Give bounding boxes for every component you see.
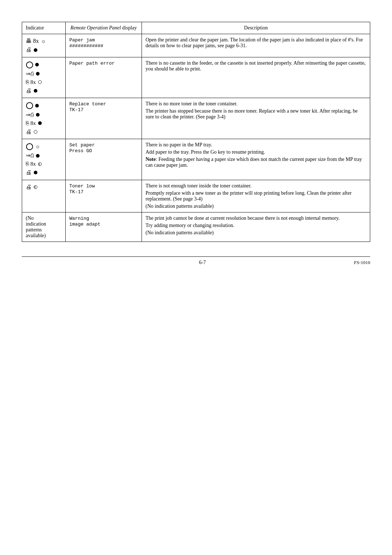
dot-filled-icon — [35, 63, 39, 66]
sun-icon: ☼ — [35, 143, 40, 150]
printer-base-icon: 🖨 — [26, 87, 32, 95]
dot-filled-icon — [36, 72, 40, 76]
description-text: There is no more toner in the toner cont… — [146, 101, 366, 107]
indicator-cell-toner-low: 🖨 — [22, 180, 66, 212]
model-number: FS-1010 — [354, 260, 370, 266]
description-text: There is not enough toner inside the ton… — [146, 183, 366, 189]
rop-cell-warning: Warningimage adapt — [66, 212, 142, 242]
power-icon: ◯ — [26, 60, 33, 69]
power-icon: ◯ — [26, 101, 33, 110]
rop-text: Set paperPress GO — [69, 142, 95, 154]
dot-filled-icon — [36, 113, 40, 117]
printer-base-icon: 🖨 — [26, 183, 32, 191]
table-row: ◯ ☼ ⇒⎙ ⎘ 8x 🖨 — [22, 139, 370, 180]
no-indication-text: (Noindicationpatternsavailable) — [26, 215, 46, 238]
page-content: Indicator Remote Operation Panel display… — [22, 22, 370, 266]
col-header-description: Description — [142, 22, 370, 34]
desc-cell-warning: The print job cannot be done at current … — [142, 212, 370, 242]
description-text: (No indication patterns available) — [146, 203, 366, 209]
printer-icon: 🖶 8x — [26, 37, 39, 45]
printer-base-icon: 🖨 — [26, 169, 32, 177]
indicator-cell-set-paper: ◯ ☼ ⇒⎙ ⎘ 8x 🖨 — [22, 139, 66, 180]
dot-half-icon — [34, 185, 37, 189]
page-number: 6-7 — [51, 260, 354, 266]
rop-cell-toner-low: Toner lowTK-17 — [66, 180, 142, 212]
dot-filled-icon — [34, 48, 37, 52]
printer-data-icon: ⇒⎙ — [26, 70, 34, 78]
description-text: Promptly replace with a new toner as the… — [146, 190, 366, 202]
table-row: ◯ ⇒⎙ ⎘ 8x 🖨 — [22, 57, 370, 98]
footer: 6-7 FS-1010 — [22, 256, 370, 266]
description-text: There is no paper in the MP tray. — [146, 142, 366, 148]
printer-base-icon: 🖨 — [26, 128, 32, 136]
description-text: The printer has stopped because there is… — [146, 108, 366, 120]
rop-text: Replace tonerTK-17 — [69, 101, 106, 113]
table-row: (Noindicationpatternsavailable) Warningi… — [22, 212, 370, 242]
desc-cell-replace-toner: There is no more toner in the toner cont… — [142, 98, 370, 139]
dot-filled-icon — [34, 89, 37, 93]
dot-filled-icon — [35, 104, 39, 108]
error-table: Indicator Remote Operation Panel display… — [22, 22, 370, 242]
rop-text: Warningimage adapt — [69, 216, 101, 227]
rop-cell-set-paper: Set paperPress GO — [66, 139, 142, 180]
printer-data-icon: ⇒⎙ — [26, 111, 34, 119]
table-row: ◯ ⇒⎙ ⎘ 8x 🖨 — [22, 98, 370, 139]
description-text: Open the printer and clear the paper jam… — [146, 37, 363, 48]
dot-filled-icon — [36, 154, 40, 158]
indicator-cell-replace-toner: ◯ ⇒⎙ ⎘ 8x 🖨 — [22, 98, 66, 139]
description-text: Add paper to the tray. Press the Go key … — [146, 149, 366, 155]
desc-cell-paper-path: There is no cassette in the feeder, or t… — [142, 57, 370, 98]
indicator-cell-paper-jam: 🖶 8x ☼ 🖨 — [22, 34, 66, 57]
dot-filled-icon — [38, 121, 42, 125]
description-text: The print job cannot be done at current … — [146, 215, 366, 221]
rop-text: Paper path error — [69, 61, 115, 66]
rop-cell-paper-path: Paper path error — [66, 57, 142, 98]
printer-data-icon: ⇒⎙ — [26, 152, 34, 159]
rop-text: Paper jam############ — [69, 37, 103, 49]
dot-half-icon — [38, 162, 42, 166]
desc-cell-toner-low: There is not enough toner inside the ton… — [142, 180, 370, 212]
sun-icon: ☼ — [41, 37, 46, 45]
rop-cell-replace-toner: Replace tonerTK-17 — [66, 98, 142, 139]
dot-empty-icon — [38, 80, 42, 84]
table-row: 🖶 8x ☼ 🖨 Paper jam############ — [22, 34, 370, 57]
printer-register-icon: ⎘ 8x — [26, 78, 36, 86]
rop-text: Toner lowTK-17 — [69, 183, 95, 195]
table-row: 🖨 Toner lowTK-17 There is not enough ton… — [22, 180, 370, 212]
rop-cell-paper-jam: Paper jam############ — [66, 34, 142, 57]
desc-cell-paper-jam: Open the printer and clear the paper jam… — [142, 34, 370, 57]
desc-cell-set-paper: There is no paper in the MP tray. Add pa… — [142, 139, 370, 180]
printer-base-icon: 🖨 — [26, 46, 32, 54]
description-text: Note: Feeding the paper having a paper s… — [146, 157, 366, 168]
col-header-indicator: Indicator — [22, 22, 66, 34]
col-header-rop: Remote Operation Panel display — [66, 22, 142, 34]
printer-register-icon: ⎘ 8x — [26, 119, 36, 127]
dot-empty-icon — [34, 130, 37, 134]
power-icon: ◯ — [26, 142, 33, 151]
description-text: Try adding memory or changing resolution… — [146, 223, 366, 228]
printer-register-icon: ⎘ 8x — [26, 160, 36, 168]
indicator-cell-warning: (Noindicationpatternsavailable) — [22, 212, 66, 242]
description-text: There is no cassette in the feeder, or t… — [146, 60, 366, 72]
indicator-cell-paper-path: ◯ ⇒⎙ ⎘ 8x 🖨 — [22, 57, 66, 98]
description-text: (No indication patterns available) — [146, 230, 366, 236]
dot-filled-icon — [34, 171, 37, 174]
